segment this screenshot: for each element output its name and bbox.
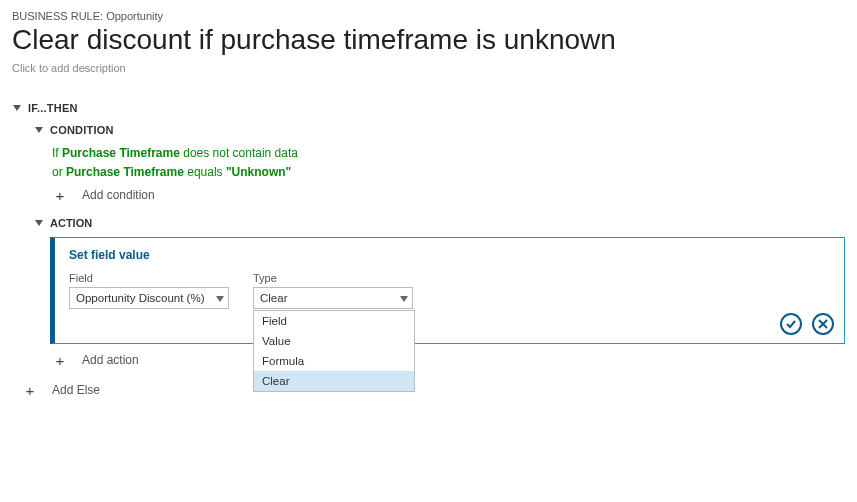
add-action-label: Add action	[82, 353, 139, 367]
plus-icon: +	[22, 382, 38, 398]
caret-down-icon[interactable]	[34, 218, 44, 228]
type-option-value[interactable]: Value	[254, 331, 414, 351]
type-option-clear[interactable]: Clear	[254, 371, 414, 391]
plus-icon: +	[52, 187, 68, 203]
caret-down-icon[interactable]	[34, 125, 44, 135]
condition-value: "Unknown"	[226, 165, 291, 179]
chevron-down-icon	[216, 292, 224, 304]
plus-icon: +	[52, 352, 68, 368]
svg-marker-2	[35, 220, 43, 226]
ifthen-label: IF...THEN	[28, 102, 78, 114]
action-header[interactable]: ACTION	[34, 217, 845, 229]
check-icon	[785, 318, 797, 330]
condition-prefix: If	[52, 146, 59, 160]
condition-field: Purchase Timeframe	[62, 146, 180, 160]
caret-down-icon[interactable]	[12, 103, 22, 113]
condition-line[interactable]: If Purchase Timeframe does not contain d…	[52, 146, 845, 160]
condition-operator: equals	[187, 165, 222, 179]
svg-marker-0	[13, 105, 21, 111]
ifthen-header[interactable]: IF...THEN	[12, 102, 845, 114]
condition-operator: does not contain data	[183, 146, 298, 160]
field-select-value: Opportunity Discount (%)	[76, 292, 204, 304]
type-option-formula[interactable]: Formula	[254, 351, 414, 371]
action-title: Set field value	[69, 248, 832, 262]
add-else-label: Add Else	[52, 383, 100, 397]
field-label: Field	[69, 272, 229, 284]
chevron-down-icon	[400, 292, 408, 304]
field-select[interactable]: Opportunity Discount (%)	[69, 287, 229, 309]
type-select[interactable]: Clear Field Value Formula Clear	[253, 287, 413, 309]
condition-prefix: or	[52, 165, 63, 179]
add-else-button[interactable]: + Add Else	[22, 382, 845, 398]
add-condition-button[interactable]: + Add condition	[52, 187, 845, 203]
svg-marker-1	[35, 127, 43, 133]
confirm-button[interactable]	[780, 313, 802, 335]
add-action-button[interactable]: + Add action	[52, 352, 845, 368]
page-title: Clear discount if purchase timeframe is …	[12, 24, 845, 56]
action-card: Set field value Field Opportunity Discou…	[50, 237, 845, 344]
svg-marker-3	[216, 296, 224, 302]
type-option-field[interactable]: Field	[254, 311, 414, 331]
condition-label: CONDITION	[50, 124, 114, 136]
breadcrumb: BUSINESS RULE: Opportunity	[12, 10, 845, 22]
add-condition-label: Add condition	[82, 188, 155, 202]
condition-field: Purchase Timeframe	[66, 165, 184, 179]
svg-marker-4	[400, 296, 408, 302]
type-label: Type	[253, 272, 413, 284]
type-select-value: Clear	[260, 292, 287, 304]
description-placeholder[interactable]: Click to add description	[12, 62, 845, 74]
type-dropdown: Field Value Formula Clear	[253, 310, 415, 392]
close-icon	[818, 319, 828, 329]
action-label: ACTION	[50, 217, 92, 229]
cancel-button[interactable]	[812, 313, 834, 335]
condition-line[interactable]: or Purchase Timeframe equals "Unknown"	[52, 165, 845, 179]
condition-header[interactable]: CONDITION	[34, 124, 845, 136]
